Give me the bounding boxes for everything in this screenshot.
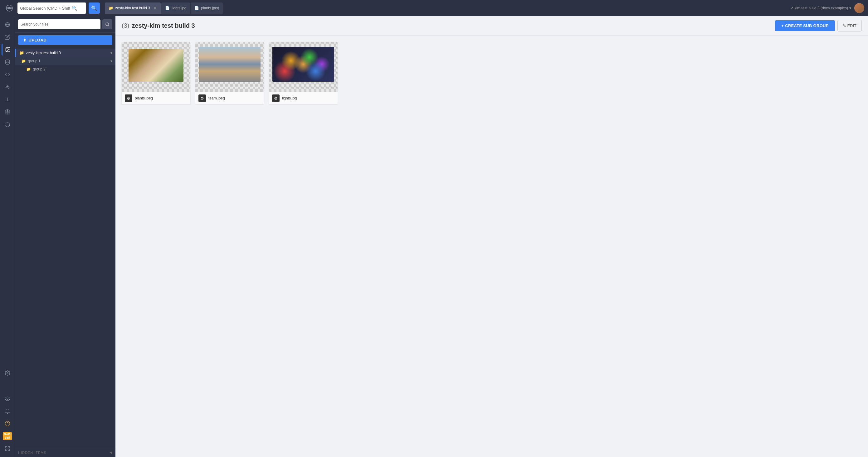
avatar[interactable] xyxy=(854,3,864,13)
tree-item-group1[interactable]: 📁 group 1 ▾ xyxy=(15,57,116,65)
gear-icon-lights: ⚙ xyxy=(274,96,278,101)
image-footer-plants: ⚙ plants.jpeg xyxy=(122,92,190,104)
tab-lights[interactable]: 📄 lights.jpg xyxy=(161,2,190,14)
top-bar-right: ↗ kim test build 3 (docs examples) ▾ xyxy=(790,3,864,13)
instance-dropdown-icon: ▾ xyxy=(849,6,851,10)
filename-lights: lights.jpg xyxy=(282,96,297,100)
hidden-items-label: HIDDEN ITEMS xyxy=(18,451,46,455)
tab-main-icon: 📁 xyxy=(108,6,113,10)
gear-button-team[interactable]: ⚙ xyxy=(198,94,206,102)
filename-plants: plants.jpeg xyxy=(135,96,153,100)
image-card-lights[interactable]: ⚙ lights.jpg xyxy=(269,42,338,104)
sidebar-nav-code[interactable] xyxy=(2,69,13,80)
instance-label[interactable]: ↗ kim test build 3 (docs examples) ▾ xyxy=(790,6,851,10)
tree-group2-label: group 2 xyxy=(33,67,45,71)
sidebar-nav-db[interactable] xyxy=(2,56,13,68)
tab-plants-icon: 📄 xyxy=(194,6,199,10)
image-card-team[interactable]: ⚙ team.jpeg xyxy=(195,42,264,104)
sidebar-nav-edit[interactable] xyxy=(2,31,13,43)
tab-plants-label: plants.jpeg xyxy=(201,6,219,10)
tab-lights-icon: 📄 xyxy=(165,6,170,10)
image-footer-lights: ⚙ lights.jpg xyxy=(269,92,338,104)
header-actions: + CREATE SUB GROUP ✎ EDIT xyxy=(775,20,862,31)
gear-icon-plants: ⚙ xyxy=(127,96,130,101)
svg-point-13 xyxy=(6,372,8,374)
sidebar-nav-target[interactable] xyxy=(2,106,13,118)
instance-name: kim test build 3 (docs examples) xyxy=(795,6,848,10)
collapse-icon[interactable]: ◀ xyxy=(110,451,112,455)
content-count: (3) xyxy=(122,22,129,29)
svg-line-22 xyxy=(108,25,109,26)
image-card-plants[interactable]: ⚙ plants.jpeg xyxy=(122,42,190,104)
sidebar-nav-chart[interactable] xyxy=(2,94,13,105)
sidebar-nav-badge[interactable]: 5e85 36d xyxy=(2,430,13,442)
tree-item-group2[interactable]: 📁 group 2 xyxy=(15,65,116,73)
sidebar-nav-image[interactable] xyxy=(2,44,13,56)
tabs-area: 📁 zesty-kim test build 3 ✕ 📄 lights.jpg … xyxy=(102,2,788,14)
sidebar-nav-bell[interactable] xyxy=(2,405,13,417)
image-preview-lights xyxy=(269,42,338,92)
content-title: (3) zesty-kim test build 3 xyxy=(122,22,195,29)
svg-point-15 xyxy=(5,421,10,426)
gear-button-lights[interactable]: ⚙ xyxy=(272,94,280,102)
sidebar-nav: 5e85 36d xyxy=(0,16,15,457)
tree-root-folder-icon: 📁 xyxy=(19,51,24,55)
gear-button-plants[interactable]: ⚙ xyxy=(125,94,132,102)
svg-point-11 xyxy=(6,111,9,113)
create-sub-group-button[interactable]: + CREATE SUB GROUP xyxy=(775,20,835,31)
tab-plants[interactable]: 📄 plants.jpeg xyxy=(191,2,223,14)
global-search-button[interactable]: 🔍 xyxy=(89,2,100,14)
svg-point-6 xyxy=(6,85,7,87)
sidebar-nav-eye[interactable] xyxy=(2,393,13,404)
file-search-input[interactable] xyxy=(18,19,100,29)
main-layout: 5e85 36d ⬆ UPLOAD xyxy=(0,16,868,457)
global-search-input[interactable] xyxy=(20,6,70,10)
upload-icon: ⬆ xyxy=(23,38,27,42)
tree-root-chevron: ▾ xyxy=(111,51,112,55)
sidebar-nav-grid[interactable] xyxy=(2,443,13,455)
svg-point-21 xyxy=(106,23,108,26)
content-header: (3) zesty-kim test build 3 + CREATE SUB … xyxy=(116,16,868,36)
image-preview-plants xyxy=(122,42,190,92)
logo-icon[interactable] xyxy=(4,2,15,14)
tree-group1-folder-icon: 📁 xyxy=(21,59,26,63)
svg-point-14 xyxy=(6,398,8,400)
main-content: (3) zesty-kim test build 3 + CREATE SUB … xyxy=(116,16,868,457)
sidebar-nav-help[interactable] xyxy=(2,418,13,430)
tab-main-label: zesty-kim test build 3 xyxy=(115,6,150,10)
gear-icon-team: ⚙ xyxy=(200,96,204,101)
sidebar-nav-history[interactable] xyxy=(2,119,13,130)
tree-group2-folder-icon: 📁 xyxy=(26,67,31,71)
file-tree-items: 📁 zesty-kim test build 3 ▾ 📁 group 1 ▾ 📁… xyxy=(15,47,116,448)
sidebar-nav-globe[interactable] xyxy=(2,19,13,31)
edit-button[interactable]: ✎ EDIT xyxy=(837,20,862,31)
tab-main-close[interactable]: ✕ xyxy=(153,6,157,10)
tab-lights-label: lights.jpg xyxy=(172,6,186,10)
image-preview-team xyxy=(195,42,264,92)
sidebar-nav-contacts[interactable] xyxy=(2,81,13,93)
file-search-button[interactable] xyxy=(102,19,112,29)
tree-group1-chevron: ▾ xyxy=(111,59,112,63)
tree-item-root[interactable]: 📁 zesty-kim test build 3 ▾ xyxy=(15,48,116,57)
file-tree-search-bar xyxy=(15,16,116,33)
global-search-box: 🔍 xyxy=(18,2,86,14)
svg-point-12 xyxy=(7,111,8,112)
upload-button[interactable]: ⬆ UPLOAD xyxy=(18,35,112,45)
image-grid: ⚙ plants.jpeg ⚙ team.jpeg xyxy=(116,36,868,457)
svg-point-10 xyxy=(5,110,10,115)
left-panel: 5e85 36d ⬆ UPLOAD xyxy=(0,16,116,457)
svg-rect-18 xyxy=(8,447,9,448)
filename-team: team.jpeg xyxy=(209,96,225,100)
tree-group1-label: group 1 xyxy=(28,59,40,63)
upload-label: UPLOAD xyxy=(29,38,47,42)
svg-rect-19 xyxy=(8,449,9,451)
svg-rect-20 xyxy=(5,449,7,451)
tab-main[interactable]: 📁 zesty-kim test build 3 ✕ xyxy=(105,2,161,14)
sidebar-nav-settings[interactable] xyxy=(2,367,13,379)
top-bar: 🔍 🔍 📁 zesty-kim test build 3 ✕ 📄 lights.… xyxy=(0,0,868,16)
file-tree-panel: ⬆ UPLOAD 📁 zesty-kim test build 3 ▾ 📁 gr… xyxy=(15,16,116,457)
svg-point-4 xyxy=(6,48,7,49)
svg-point-5 xyxy=(5,60,10,61)
svg-rect-17 xyxy=(5,447,7,448)
global-search-icon: 🔍 xyxy=(72,6,77,10)
